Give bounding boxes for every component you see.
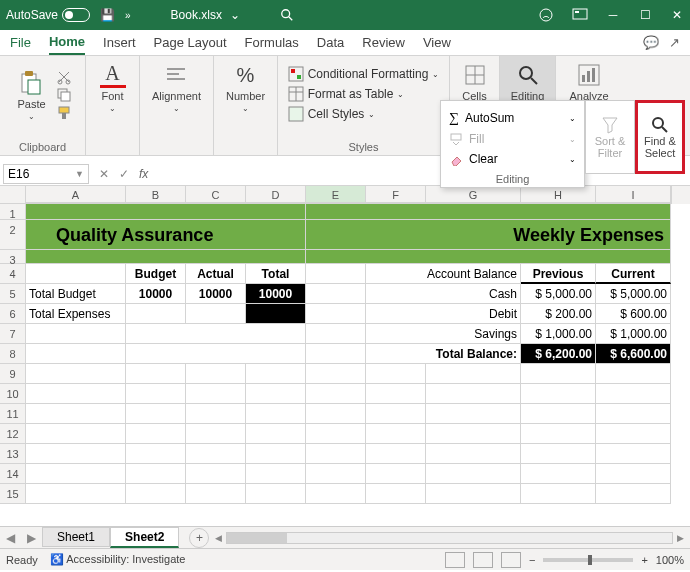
- cell[interactable]: [426, 444, 521, 464]
- cell[interactable]: Cash: [366, 284, 521, 304]
- tab-page-layout[interactable]: Page Layout: [154, 31, 227, 54]
- cell[interactable]: [246, 304, 306, 324]
- cell[interactable]: [306, 444, 366, 464]
- cell[interactable]: $ 6,200.00: [521, 344, 596, 364]
- cell[interactable]: [126, 484, 186, 504]
- cell[interactable]: Previous: [521, 264, 596, 284]
- cell[interactable]: Quality Assurance: [26, 220, 306, 250]
- cell[interactable]: [306, 484, 366, 504]
- row-header-11[interactable]: 11: [0, 404, 26, 424]
- chevron-down-icon[interactable]: ▼: [75, 169, 84, 179]
- close-button[interactable]: ✕: [670, 8, 684, 22]
- cell[interactable]: [596, 444, 671, 464]
- cell[interactable]: [126, 384, 186, 404]
- cell[interactable]: [306, 344, 366, 364]
- cell[interactable]: [306, 324, 366, 344]
- cell[interactable]: [306, 284, 366, 304]
- cell[interactable]: [186, 424, 246, 444]
- sheet-nav-prev[interactable]: ◀: [0, 531, 21, 545]
- toggle-off-icon[interactable]: [62, 8, 90, 22]
- cell[interactable]: [26, 264, 126, 284]
- filename[interactable]: Book.xlsx ⌄: [171, 8, 240, 22]
- search-icon[interactable]: [280, 8, 294, 22]
- row-header-5[interactable]: 5: [0, 284, 26, 304]
- cell[interactable]: [366, 444, 426, 464]
- cell[interactable]: [26, 364, 126, 384]
- spreadsheet-grid[interactable]: ABCDEFGHI 12Quality AssuranceWeekly Expe…: [0, 186, 690, 526]
- sheet-tab-sheet1[interactable]: Sheet1: [42, 527, 110, 547]
- cell[interactable]: Weekly Expenses: [306, 220, 671, 250]
- cell[interactable]: [306, 250, 671, 264]
- font-button[interactable]: A Font ⌄: [96, 60, 130, 115]
- cell[interactable]: [26, 324, 126, 344]
- cell[interactable]: [521, 384, 596, 404]
- sort-filter-button[interactable]: Sort & Filter: [585, 100, 635, 174]
- fx-label[interactable]: fx: [139, 167, 148, 181]
- cell[interactable]: $ 600.00: [596, 304, 671, 324]
- cell[interactable]: [186, 464, 246, 484]
- cell[interactable]: [306, 364, 366, 384]
- tab-review[interactable]: Review: [362, 31, 405, 54]
- cell[interactable]: $ 200.00: [521, 304, 596, 324]
- cell[interactable]: [306, 404, 366, 424]
- cell[interactable]: Savings: [366, 324, 521, 344]
- col-header-I[interactable]: I: [596, 186, 671, 203]
- normal-view-button[interactable]: [445, 552, 465, 568]
- copy-icon[interactable]: [56, 87, 72, 103]
- cell[interactable]: [126, 444, 186, 464]
- select-all-corner[interactable]: [0, 186, 26, 204]
- cell[interactable]: Total: [246, 264, 306, 284]
- zoom-out-button[interactable]: −: [529, 554, 535, 566]
- conditional-formatting-button[interactable]: Conditional Formatting⌄: [288, 66, 440, 82]
- cell[interactable]: Account Balance: [366, 264, 521, 284]
- row-header-6[interactable]: 6: [0, 304, 26, 324]
- cell[interactable]: $ 5,000.00: [521, 284, 596, 304]
- row-header-9[interactable]: 9: [0, 364, 26, 384]
- col-header-B[interactable]: B: [126, 186, 186, 203]
- cell[interactable]: 10000: [246, 284, 306, 304]
- autosave-toggle[interactable]: AutoSave: [6, 8, 90, 22]
- cell[interactable]: Total Expenses: [26, 304, 126, 324]
- cell[interactable]: [186, 404, 246, 424]
- scroll-left-icon[interactable]: ◀: [215, 533, 222, 543]
- cell[interactable]: [126, 304, 186, 324]
- cell[interactable]: [426, 364, 521, 384]
- cell[interactable]: $ 6,600.00: [596, 344, 671, 364]
- cell[interactable]: [26, 464, 126, 484]
- cell[interactable]: [366, 484, 426, 504]
- cell[interactable]: [521, 484, 596, 504]
- cell-styles-button[interactable]: Cell Styles⌄: [288, 106, 440, 122]
- row-header-10[interactable]: 10: [0, 384, 26, 404]
- cell[interactable]: Current: [596, 264, 671, 284]
- horizontal-scrollbar[interactable]: ◀ ▶: [209, 532, 690, 544]
- cell[interactable]: [26, 444, 126, 464]
- cell[interactable]: [186, 384, 246, 404]
- cell[interactable]: [366, 464, 426, 484]
- share-icon[interactable]: ↗: [669, 35, 680, 50]
- cell[interactable]: [366, 364, 426, 384]
- cell[interactable]: [426, 404, 521, 424]
- minimize-button[interactable]: ─: [606, 8, 620, 22]
- tab-view[interactable]: View: [423, 31, 451, 54]
- cell[interactable]: [306, 424, 366, 444]
- cell[interactable]: Total Budget: [26, 284, 126, 304]
- row-header-15[interactable]: 15: [0, 484, 26, 504]
- name-box[interactable]: E16 ▼: [3, 164, 89, 184]
- row-header-1[interactable]: 1: [0, 204, 26, 220]
- cell[interactable]: [426, 384, 521, 404]
- cell[interactable]: [306, 264, 366, 284]
- cut-icon[interactable]: [56, 69, 72, 85]
- cell[interactable]: [246, 464, 306, 484]
- cell[interactable]: [26, 484, 126, 504]
- cell[interactable]: [521, 364, 596, 384]
- cell[interactable]: [596, 424, 671, 444]
- enter-formula-icon[interactable]: ✓: [119, 167, 129, 181]
- cell[interactable]: [366, 424, 426, 444]
- col-header-C[interactable]: C: [186, 186, 246, 203]
- cell[interactable]: [246, 364, 306, 384]
- tab-file[interactable]: File: [10, 31, 31, 54]
- cell[interactable]: [246, 404, 306, 424]
- qat-overflow-icon[interactable]: »: [125, 10, 131, 21]
- cell[interactable]: [521, 424, 596, 444]
- cell[interactable]: [186, 444, 246, 464]
